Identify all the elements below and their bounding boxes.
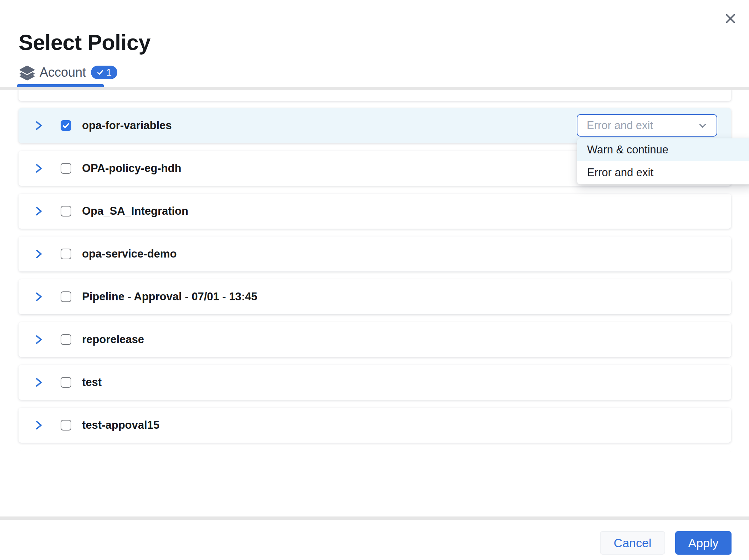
select-policy-dialog: Select Policy Account 1 (0, 0, 749, 560)
policy-checkbox[interactable] (61, 420, 71, 431)
chevron-right-icon[interactable] (35, 205, 44, 217)
policy-checkbox[interactable] (61, 163, 71, 174)
selected-count-badge: 1 (91, 66, 117, 79)
policy-checkbox[interactable] (61, 377, 71, 388)
chevron-right-icon[interactable] (35, 377, 44, 388)
policy-checkbox[interactable] (61, 291, 71, 302)
policy-checkbox[interactable] (61, 120, 71, 131)
apply-button[interactable]: Apply (675, 531, 732, 555)
policy-row[interactable]: Pipeline - Approval - 07/01 - 13:45 (19, 279, 731, 314)
policy-name: test (82, 376, 102, 389)
chevron-right-icon[interactable] (35, 120, 44, 131)
layers-icon (20, 64, 35, 81)
chevron-right-icon[interactable] (35, 163, 44, 174)
check-icon (97, 69, 104, 76)
policy-checkbox[interactable] (61, 334, 71, 345)
policy-action-dropdown-menu: Warn & continue Error and exit (577, 138, 749, 184)
policy-name: Opa_SA_Integration (82, 205, 188, 218)
chevron-down-icon (697, 120, 708, 131)
dropdown-option-warn-continue[interactable]: Warn & continue (577, 138, 749, 161)
policy-name: opa-service-demo (82, 248, 177, 260)
policy-name: reporelease (82, 333, 144, 346)
policy-row-partial-top (19, 90, 731, 101)
policy-row-partial-bottom (19, 450, 731, 483)
dropdown-option-error-exit[interactable]: Error and exit (577, 161, 749, 184)
policy-name: OPA-policy-eg-hdh (82, 162, 181, 175)
tab-account-label: Account (40, 65, 86, 80)
policy-row[interactable]: test (19, 365, 731, 400)
active-tab-indicator (17, 84, 104, 87)
chevron-right-icon[interactable] (35, 248, 44, 260)
close-button[interactable] (723, 11, 738, 26)
chevron-right-icon[interactable] (35, 419, 44, 431)
footer-divider (0, 516, 749, 520)
policy-checkbox[interactable] (61, 249, 71, 259)
header-divider (0, 87, 749, 90)
policy-row[interactable]: opa-service-demo (19, 236, 731, 271)
policy-action-value: Error and exit (587, 119, 697, 132)
close-icon (724, 12, 737, 25)
chevron-right-icon[interactable] (35, 334, 44, 345)
policy-name: Pipeline - Approval - 07/01 - 13:45 (82, 290, 258, 303)
chevron-right-icon[interactable] (35, 291, 44, 302)
policy-checkbox[interactable] (61, 206, 71, 217)
page-title: Select Policy (19, 30, 151, 55)
policy-name: opa-for-variables (82, 119, 172, 132)
tab-account[interactable]: Account 1 (20, 64, 117, 81)
policy-row[interactable]: reporelease (19, 322, 731, 357)
policy-action-select[interactable]: Error and exit (577, 114, 717, 137)
cancel-button[interactable]: Cancel (600, 531, 665, 555)
policy-row[interactable]: Opa_SA_Integration (19, 194, 731, 229)
selected-count: 1 (106, 67, 112, 78)
policy-name: test-appoval15 (82, 419, 159, 432)
policy-row[interactable]: test-appoval15 (19, 408, 731, 443)
policy-row[interactable]: opa-for-variables Error and exit (19, 108, 731, 143)
